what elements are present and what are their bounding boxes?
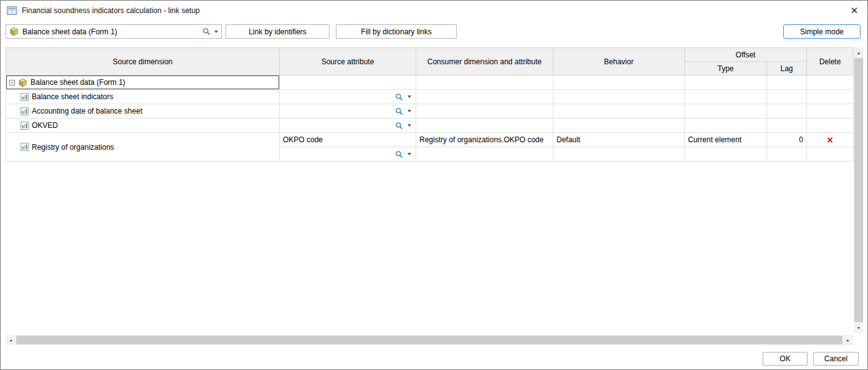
cell-consumer[interactable] <box>416 90 553 104</box>
chevron-down-icon[interactable] <box>408 95 411 98</box>
cell-consumer[interactable] <box>416 147 553 162</box>
cell-offset-lag[interactable] <box>767 90 807 104</box>
cell-behavior[interactable]: Default <box>553 133 685 147</box>
cell-source-attribute[interactable] <box>280 90 416 104</box>
cell-consumer[interactable] <box>416 119 553 133</box>
cell-source-attribute[interactable] <box>280 75 416 90</box>
chevron-down-icon[interactable] <box>408 124 411 127</box>
col-consumer: Consumer dimension and attribute <box>416 48 553 75</box>
cell-source-dimension[interactable]: Registry of organizations <box>6 133 280 162</box>
close-icon[interactable]: ✕ <box>847 4 861 17</box>
row-label: Balance sheet data (Form 1) <box>31 78 125 87</box>
chevron-down-icon[interactable] <box>408 153 411 155</box>
row-label: Balance sheet indicators <box>32 92 113 101</box>
table-row: − Balance sheet data (Form 1) <box>6 75 854 90</box>
cell-source-attribute[interactable] <box>280 147 416 162</box>
row-label: OKVED <box>32 121 58 130</box>
dimension-icon <box>21 93 29 101</box>
page-title: Financial soundness indicators calculati… <box>22 6 200 15</box>
cell-offset-type[interactable] <box>685 119 767 133</box>
cell-source-attribute[interactable] <box>280 119 416 133</box>
consumer-selector-value: Balance sheet data (Form 1) <box>22 27 199 36</box>
cell-delete[interactable] <box>807 119 854 133</box>
cell-offset-type[interactable] <box>685 104 767 119</box>
cell-offset-type[interactable] <box>685 75 767 90</box>
cell-offset-lag[interactable]: 0 <box>767 133 807 147</box>
simple-mode-button[interactable]: Simple mode <box>783 24 861 39</box>
cell-offset-type[interactable] <box>685 90 767 104</box>
cell-consumer[interactable]: Registry of organizations.OKPO code <box>416 133 553 147</box>
table-row: Accounting date of balance sheet <box>6 104 854 119</box>
chevron-down-icon[interactable] <box>214 31 218 33</box>
cube-icon <box>18 78 27 87</box>
link-by-identifiers-button[interactable]: Link by identifiers <box>226 24 330 39</box>
table-row: Registry of organizations OKPO code Regi… <box>6 133 854 147</box>
search-icon[interactable] <box>395 150 403 158</box>
cube-icon <box>9 27 19 36</box>
table-row: OKVED <box>6 119 854 133</box>
row-label: Registry of organizations <box>32 143 114 152</box>
cell-delete[interactable] <box>807 147 854 162</box>
col-offset-lag: Lag <box>767 62 807 75</box>
chevron-down-icon[interactable] <box>408 110 411 112</box>
table-row: Balance sheet indicators <box>6 90 854 104</box>
vertical-scrollbar[interactable]: ▲ ▼ <box>854 47 864 333</box>
link-grid-area: Source dimension Source attribute Consum… <box>6 47 853 162</box>
cancel-button[interactable]: Cancel <box>813 352 859 366</box>
consumer-selector[interactable]: Balance sheet data (Form 1) <box>6 24 222 39</box>
scroll-left-icon[interactable]: ◄ <box>6 335 16 345</box>
scroll-right-icon[interactable]: ► <box>843 335 853 345</box>
col-offset-type: Type <box>685 62 767 75</box>
cell-source-dimension[interactable]: OKVED <box>6 119 280 133</box>
cell-text: 0 <box>799 135 803 144</box>
horizontal-scrollbar[interactable]: ◄ ► <box>6 335 853 345</box>
horizontal-scrollbar-thumb[interactable] <box>16 336 842 344</box>
cell-behavior[interactable] <box>553 90 685 104</box>
search-icon[interactable] <box>395 122 403 130</box>
cell-source-attribute[interactable] <box>280 104 416 119</box>
cell-source-dimension[interactable]: Balance sheet indicators <box>6 90 280 104</box>
cell-offset-type[interactable]: Current element <box>685 133 767 147</box>
cell-offset-type[interactable] <box>685 147 767 162</box>
ok-button[interactable]: OK <box>763 352 808 366</box>
cell-delete[interactable]: ✕ <box>807 133 854 147</box>
cell-behavior[interactable] <box>553 75 685 90</box>
cell-delete[interactable] <box>807 90 854 104</box>
cell-offset-lag[interactable] <box>767 119 807 133</box>
search-icon[interactable] <box>395 107 403 115</box>
cell-consumer[interactable] <box>416 75 553 90</box>
dimension-icon <box>21 122 29 130</box>
delete-icon[interactable]: ✕ <box>827 135 834 145</box>
scroll-down-icon[interactable]: ▼ <box>854 323 864 333</box>
cell-delete[interactable] <box>807 75 854 90</box>
cell-delete[interactable] <box>807 104 854 119</box>
cell-offset-lag[interactable] <box>767 147 807 162</box>
search-icon[interactable] <box>203 27 211 36</box>
cell-behavior[interactable] <box>553 147 685 162</box>
row-label: Accounting date of balance sheet <box>32 107 142 115</box>
cell-behavior[interactable] <box>553 119 685 133</box>
cell-offset-lag[interactable] <box>767 104 807 119</box>
col-behavior: Behavior <box>553 48 685 75</box>
col-offset: Offset <box>685 48 807 62</box>
dimension-icon <box>21 143 29 151</box>
cell-text: Registry of organizations.OKPO code <box>419 135 543 144</box>
search-icon[interactable] <box>395 93 403 101</box>
vertical-scrollbar-thumb[interactable] <box>854 58 863 322</box>
col-delete: Delete <box>807 48 854 75</box>
cell-text: OKPO code <box>283 135 323 144</box>
scroll-up-icon[interactable]: ▲ <box>854 47 864 57</box>
tree-collapse-toggle[interactable]: − <box>9 80 15 85</box>
cell-text: Current element <box>688 135 742 144</box>
cell-consumer[interactable] <box>416 104 553 119</box>
cell-text: Default <box>556 135 580 144</box>
window-icon <box>7 6 17 15</box>
cell-source-dimension[interactable]: − Balance sheet data (Form 1) <box>6 75 280 90</box>
link-setup-dialog: Financial soundness indicators calculati… <box>0 0 868 370</box>
link-grid: Source dimension Source attribute Consum… <box>6 47 854 162</box>
cell-offset-lag[interactable] <box>767 75 807 90</box>
cell-source-dimension[interactable]: Accounting date of balance sheet <box>6 104 280 119</box>
cell-source-attribute[interactable]: OKPO code <box>280 133 416 147</box>
fill-by-dictionary-links-button[interactable]: Fill by dictionary links <box>336 24 457 39</box>
cell-behavior[interactable] <box>553 104 685 119</box>
